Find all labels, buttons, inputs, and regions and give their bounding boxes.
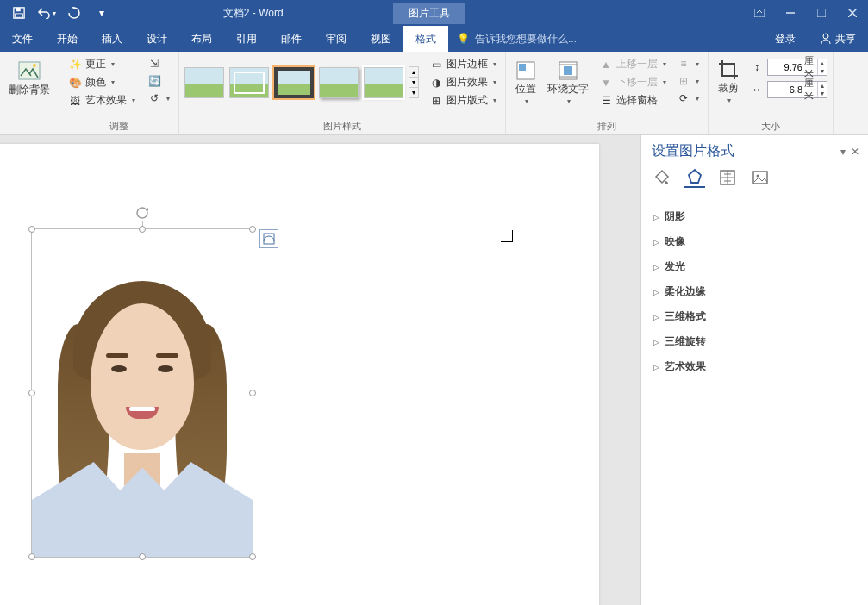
- format-picture-pane: 设置图片格式 ▾ ✕ ▷阴影 ▷映像 ▷发光 ▷柔化边缘 ▷三维格式 ▷三维旋转…: [640, 135, 868, 605]
- align-button[interactable]: ≡▾: [673, 55, 703, 72]
- style-thumb-5[interactable]: [364, 67, 403, 98]
- group-label-size: 大小: [714, 117, 827, 134]
- section-3d-rotation[interactable]: ▷三维旋转: [645, 329, 865, 354]
- rotate-button[interactable]: ⟳▾: [673, 90, 703, 107]
- picture-styles-gallery[interactable]: ▴▾▾: [184, 66, 419, 98]
- lightbulb-icon: 💡: [457, 33, 470, 45]
- pane-tab-layout[interactable]: [717, 167, 738, 188]
- pane-tab-fill[interactable]: [652, 167, 672, 188]
- tab-review[interactable]: 审阅: [314, 26, 359, 52]
- remove-background-button[interactable]: 删除背景: [5, 55, 53, 100]
- document-area[interactable]: [0, 135, 640, 605]
- height-field[interactable]: [768, 62, 804, 72]
- section-shadow[interactable]: ▷阴影: [645, 204, 865, 229]
- compress-icon: ⇲: [147, 57, 161, 71]
- minimize-button[interactable]: [775, 0, 806, 26]
- tab-view[interactable]: 视图: [359, 26, 403, 52]
- tab-design[interactable]: 设计: [134, 26, 179, 52]
- change-picture-button[interactable]: 🔄: [144, 72, 173, 90]
- height-down[interactable]: ▼: [818, 67, 827, 75]
- height-input[interactable]: 厘米 ▲▼: [767, 59, 827, 76]
- login-button[interactable]: 登录: [763, 32, 808, 47]
- width-up[interactable]: ▲: [818, 82, 827, 90]
- corrections-button[interactable]: ✨更正▾: [65, 55, 139, 73]
- height-up[interactable]: ▲: [818, 59, 827, 67]
- position-icon: [515, 59, 537, 82]
- style-thumb-2[interactable]: [229, 67, 269, 98]
- svg-point-23: [757, 175, 759, 178]
- section-soft-edges[interactable]: ▷柔化边缘: [645, 279, 865, 304]
- selection-icon: ☰: [599, 94, 613, 108]
- gallery-expand[interactable]: ▴▾▾: [409, 66, 419, 98]
- qat-customize[interactable]: ▾: [90, 3, 114, 23]
- picture-effects-button[interactable]: ◑图片效果▾: [426, 73, 500, 91]
- artistic-effects-button[interactable]: 🖼艺术效果▾: [65, 91, 139, 109]
- ribbon-display-options[interactable]: [744, 0, 775, 26]
- wrap-text-button[interactable]: 环绕文字▾: [544, 55, 592, 109]
- svg-rect-14: [564, 66, 572, 75]
- undo-button[interactable]: ▾: [34, 3, 59, 23]
- tab-home[interactable]: 开始: [45, 26, 90, 52]
- corrections-icon: ✨: [68, 58, 82, 72]
- pane-options[interactable]: ▾: [840, 146, 846, 158]
- width-input[interactable]: 厘米 ▲▼: [767, 81, 827, 98]
- maximize-button[interactable]: [806, 0, 837, 26]
- handle-r[interactable]: [249, 390, 256, 396]
- ribbon-tabs: 文件 开始 插入 设计 布局 引用 邮件 审阅 视图 格式 💡 告诉我您想要做什…: [0, 26, 868, 52]
- position-button[interactable]: 位置▾: [511, 55, 540, 109]
- pane-close[interactable]: ✕: [851, 146, 859, 158]
- width-icon: ↔: [750, 83, 764, 97]
- crop-button[interactable]: 裁剪▾: [714, 55, 743, 108]
- handle-t[interactable]: [139, 226, 146, 233]
- reset-icon: ↺: [147, 91, 161, 105]
- handle-br[interactable]: [249, 553, 256, 560]
- picture-border-button[interactable]: ▭图片边框▾: [426, 55, 500, 73]
- width-down[interactable]: ▼: [818, 90, 827, 97]
- tell-me[interactable]: 💡 告诉我您想要做什么...: [448, 26, 585, 52]
- layout-options-button[interactable]: [259, 229, 278, 248]
- group-size: 裁剪▾ ↕ 厘米 ▲▼ ↔ 厘米 ▲▼ 大小: [709, 52, 834, 134]
- share-button[interactable]: 共享: [808, 32, 868, 47]
- section-reflection[interactable]: ▷映像: [645, 229, 865, 254]
- page[interactable]: [0, 144, 599, 605]
- selection-pane-button[interactable]: ☰选择窗格: [596, 91, 670, 109]
- rotate-handle[interactable]: [134, 205, 150, 221]
- handle-b[interactable]: [139, 553, 146, 560]
- svg-rect-18: [264, 234, 274, 244]
- tab-references[interactable]: 引用: [224, 26, 269, 52]
- section-3d-format[interactable]: ▷三维格式: [645, 304, 865, 329]
- width-field[interactable]: [768, 84, 804, 95]
- svg-point-8: [823, 34, 828, 39]
- handle-bl[interactable]: [28, 553, 35, 560]
- save-button[interactable]: [7, 3, 31, 23]
- selected-image[interactable]: [31, 228, 253, 558]
- tab-mailings[interactable]: 邮件: [269, 26, 314, 52]
- reset-picture-button[interactable]: ↺▾: [144, 90, 173, 107]
- pane-tab-effects[interactable]: [684, 167, 705, 188]
- group-label-styles: 图片样式: [184, 117, 500, 134]
- color-button[interactable]: 🎨颜色▾: [65, 73, 139, 91]
- pane-tabs: [641, 162, 868, 199]
- compress-button[interactable]: ⇲: [144, 55, 173, 72]
- handle-tl[interactable]: [28, 226, 35, 233]
- group-label-adjust: 调整: [65, 117, 173, 134]
- section-glow[interactable]: ▷发光: [645, 254, 865, 279]
- section-artistic[interactable]: ▷艺术效果: [645, 354, 865, 379]
- redo-button[interactable]: [62, 3, 86, 23]
- picture-layout-button[interactable]: ⊞图片版式▾: [426, 91, 500, 109]
- crop-icon: [717, 59, 740, 81]
- wrap-icon: [557, 59, 579, 82]
- pane-tab-picture[interactable]: [750, 167, 771, 188]
- tab-layout[interactable]: 布局: [179, 26, 224, 52]
- handle-tr[interactable]: [249, 226, 256, 233]
- tab-format[interactable]: 格式: [403, 26, 448, 52]
- style-thumb-4[interactable]: [319, 67, 359, 98]
- style-thumb-3[interactable]: [274, 67, 314, 98]
- close-button[interactable]: [837, 0, 868, 26]
- style-thumb-1[interactable]: [184, 67, 224, 98]
- tab-file[interactable]: 文件: [0, 26, 45, 52]
- margin-mark: [501, 230, 513, 242]
- svg-rect-1: [16, 8, 21, 11]
- handle-l[interactable]: [28, 390, 35, 396]
- tab-insert[interactable]: 插入: [90, 26, 134, 52]
